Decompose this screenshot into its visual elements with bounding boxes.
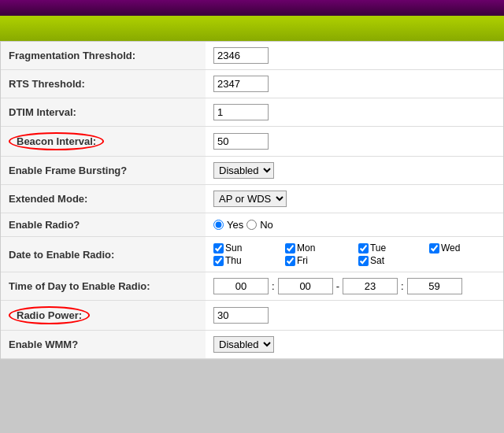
day-checkbox[interactable]: [213, 256, 224, 266]
row-label: Beacon Interval:: [1, 127, 206, 157]
start-hour-input[interactable]: [213, 278, 269, 294]
table-row: Radio Power:: [1, 301, 503, 331]
table-row: Enable Radio?YesNo: [1, 213, 503, 237]
day-label: Thu: [225, 255, 242, 266]
time-separator: :: [272, 280, 275, 292]
dropdown[interactable]: DisabledEnabled: [213, 162, 274, 179]
time-range-dash: -: [336, 280, 339, 292]
day-label: Wed: [441, 242, 460, 254]
day-checkbox[interactable]: [358, 243, 369, 254]
row-label: Time of Day to Enable Radio:: [1, 272, 206, 301]
table-row: Time of Day to Enable Radio::-:: [1, 272, 503, 301]
header: [0, 0, 504, 41]
table-row: Beacon Interval:: [1, 127, 503, 157]
row-label: Radio Power:: [1, 301, 206, 331]
radio-group: YesNo: [213, 219, 495, 231]
day-checkbox-item: Thu: [213, 255, 277, 266]
table-row: Enable Frame Bursting?DisabledEnabled: [1, 157, 503, 185]
settings-table: Fragmentation Threshold:RTS Threshold:DT…: [0, 41, 504, 360]
row-label: Enable Frame Bursting?: [1, 157, 206, 185]
green-bar: [0, 19, 504, 41]
day-label: Sun: [225, 242, 242, 254]
text-input[interactable]: [213, 133, 269, 150]
table-row: DTIM Interval:: [1, 98, 503, 127]
row-value: DisabledEnabled: [206, 157, 503, 185]
dropdown[interactable]: DisabledEnabled: [213, 336, 274, 353]
day-checkbox-item: Fri: [285, 255, 350, 266]
time-range-group: :-:: [213, 278, 495, 294]
row-label: Fragmentation Threshold:: [1, 42, 206, 70]
checkbox-grid: SunMonTueWedThuFriSat: [213, 242, 495, 266]
row-value: [206, 98, 503, 127]
time-separator-2: :: [401, 280, 404, 292]
row-label: Enable Radio?: [1, 213, 206, 237]
day-label: Mon: [297, 242, 315, 254]
row-value: :-:: [206, 272, 503, 301]
day-label: Tue: [370, 242, 386, 254]
row-value: YesNo: [206, 213, 503, 237]
row-label: Extended Mode:: [1, 185, 206, 213]
text-input[interactable]: [213, 47, 269, 64]
end-hour-input[interactable]: [343, 278, 398, 294]
table-row: Enable WMM?DisabledEnabled: [1, 331, 503, 359]
radio-option[interactable]: [213, 220, 224, 230]
row-label: Date to Enable Radio:: [1, 237, 206, 272]
day-checkbox-item: Mon: [285, 242, 350, 254]
table-row: Fragmentation Threshold:: [1, 42, 503, 70]
end-minute-input[interactable]: [407, 278, 462, 294]
day-checkbox[interactable]: [429, 243, 439, 254]
highlighted-label: Beacon Interval:: [9, 132, 104, 150]
day-checkbox-item: Sun: [213, 242, 277, 254]
row-value: [206, 42, 503, 70]
dropdown[interactable]: AP or WDSAPWDS: [213, 191, 287, 207]
day-checkbox[interactable]: [213, 243, 224, 254]
table-row: Date to Enable Radio:SunMonTueWedThuFriS…: [1, 237, 503, 272]
day-checkbox-item: Wed: [429, 242, 495, 254]
text-input[interactable]: [213, 76, 269, 92]
day-checkbox[interactable]: [285, 243, 295, 254]
radio-label: No: [260, 219, 273, 231]
radio-option[interactable]: [246, 220, 257, 230]
table-row: RTS Threshold:: [1, 70, 503, 98]
table-row: Extended Mode:AP or WDSAPWDS: [1, 185, 503, 213]
day-checkbox[interactable]: [285, 256, 295, 266]
day-checkbox[interactable]: [358, 256, 369, 266]
row-value: [206, 127, 503, 157]
row-value: AP or WDSAPWDS: [206, 185, 503, 213]
row-value: DisabledEnabled: [206, 331, 503, 359]
day-label: Sat: [370, 255, 384, 266]
row-value: [206, 301, 503, 331]
text-input[interactable]: [213, 104, 269, 120]
highlighted-label: Radio Power:: [9, 306, 90, 324]
text-input[interactable]: [213, 307, 269, 324]
start-minute-input[interactable]: [278, 278, 333, 294]
day-checkbox-item: Sat: [358, 255, 421, 266]
row-label: RTS Threshold:: [1, 70, 206, 98]
row-value: SunMonTueWedThuFriSat: [206, 237, 503, 272]
row-label: Enable WMM?: [1, 331, 206, 359]
day-label: Fri: [297, 255, 308, 266]
row-label: DTIM Interval:: [1, 98, 206, 127]
radio-label: Yes: [227, 219, 243, 231]
day-checkbox-item: Tue: [358, 242, 421, 254]
row-value: [206, 70, 503, 98]
